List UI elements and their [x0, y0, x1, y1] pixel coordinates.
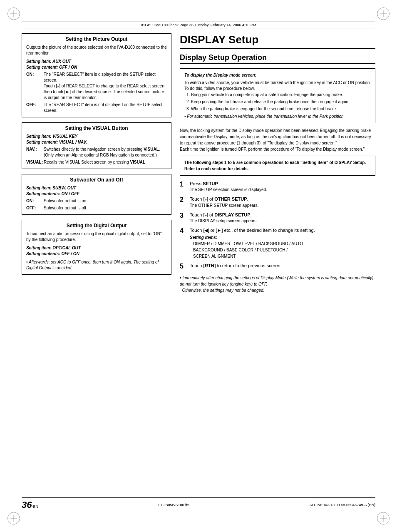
- info-box-intro: To watch a video source, your vehicle mu…: [184, 80, 371, 92]
- corner-tr: [377, 7, 390, 20]
- section-visual-button: Setting the VISUAL Button Setting item: …: [22, 122, 171, 169]
- visual-nav-text: Switches directly to the navigation scre…: [44, 147, 167, 158]
- section-picture-output-title: Setting the Picture Output: [26, 36, 167, 42]
- section-subwoofer-title: Subwoofer On and Off: [26, 177, 167, 183]
- step-4-content: Touch [◀] or [►] etc., of the desired it…: [190, 227, 375, 259]
- setting-items-label: Setting items:: [190, 235, 375, 241]
- step-3-num: 3: [180, 212, 188, 224]
- picture-output-intro: Outputs the picture of the source select…: [26, 45, 167, 56]
- footer-left: 36-EN: [22, 500, 38, 510]
- section-picture-output: Setting the Picture Output Outputs the p…: [22, 33, 171, 117]
- digital-item: Setting item: OPTICAL OUT: [26, 245, 167, 251]
- footer-right: ALPINE IVA-D100 68-05946Z49-A (EN): [310, 503, 375, 507]
- step-3-sub: The DISPLAY setup screen appears.: [190, 218, 375, 224]
- info-box: To display the Display mode screen: To w…: [180, 68, 375, 123]
- page-footer: 36-EN 01GB05IVA100.fm ALPINE IVA-D100 68…: [22, 497, 375, 510]
- right-column: DISPLAY Setup Display Setup Operation To…: [180, 33, 375, 499]
- picture-on-text: The "REAR SELECT" item is displayed on t…: [44, 72, 167, 101]
- sub-title: Display Setup Operation: [180, 53, 375, 64]
- step-5-content: Touch [RTN] to return to the previous sc…: [190, 263, 375, 270]
- subwoofer-item: Setting item: SUBW. OUT: [26, 185, 167, 191]
- visual-nav-label: NAV.:: [26, 147, 44, 158]
- step-1-num: 1: [180, 181, 188, 193]
- section-visual-title: Setting the VISUAL Button: [26, 125, 167, 131]
- visual-visual-row: VISUAL: Recalls the VISUAL Select screen…: [26, 159, 167, 165]
- step-2-content: Touch [»] of OTHER SETUP. The OTHER SETU…: [190, 196, 375, 208]
- header-text: 01GB00IVAD100.book Page 36 Tuesday, Febr…: [141, 23, 256, 27]
- step-1-sub: The SETUP selection screen is displayed.: [190, 187, 375, 193]
- picture-on-label: ON:: [26, 72, 44, 101]
- page-suffix: -EN: [32, 505, 38, 509]
- subwoofer-on-label: ON:: [26, 198, 44, 204]
- main-title: DISPLAY Setup: [180, 33, 375, 49]
- corner-br: [377, 512, 390, 525]
- visual-nav-row: NAV.: Switches directly to the navigatio…: [26, 147, 167, 158]
- section-digital-title: Setting the Digital Output: [26, 223, 167, 229]
- step-4: 4 Touch [◀] or [►] etc., of the desired …: [180, 227, 375, 259]
- section-subwoofer: Subwoofer On and Off Setting item: SUBW.…: [22, 174, 171, 215]
- step-2-main: Touch [»] of OTHER SETUP.: [190, 196, 375, 202]
- step-1-main: Press SETUP.: [190, 181, 375, 187]
- info-step-1: Bring your vehicle to a complete stop at…: [191, 92, 371, 98]
- picture-off-row: OFF: The "REAR SELECT" item is not displ…: [26, 102, 167, 114]
- setting-items-content: DIMMER / DIMMER LOW LEVEL / BACKGROUND /…: [193, 241, 375, 259]
- steps-note-box: The following steps 1 to 5 are common op…: [180, 156, 375, 176]
- step-3-content: Touch [»] of DISPLAY SETUP. The DISPLAY …: [190, 212, 375, 224]
- visual-visual-text: Recalls the VISUAL Select screen by pres…: [44, 159, 167, 165]
- picture-off-label: OFF:: [26, 102, 44, 114]
- picture-output-item: Setting item: AUX OUT: [26, 59, 167, 65]
- subwoofer-content: Setting contents: ON / OFF: [26, 191, 167, 197]
- step-5: 5 Touch [RTN] to return to the previous …: [180, 263, 375, 270]
- corner-bl: [7, 512, 20, 525]
- digital-bullet: Afterwards, set ACC to OFF once, then tu…: [26, 259, 167, 271]
- subwoofer-on-row: ON: Subwoofer output is on.: [26, 198, 167, 204]
- visual-visual-label: VISUAL:: [26, 159, 44, 165]
- final-bullet-note: • Immediately after changing the setting…: [180, 275, 375, 293]
- step-3-main: Touch [»] of DISPLAY SETUP.: [190, 212, 375, 218]
- corner-tl: [7, 7, 20, 20]
- step-5-num: 5: [180, 263, 188, 270]
- subwoofer-off-row: OFF: Subwoofer output is off.: [26, 205, 167, 211]
- step-2-sub: The OTHER SETUP screen appears.: [190, 203, 375, 209]
- step-1-content: Press SETUP. The SETUP selection screen …: [190, 181, 375, 193]
- picture-on-row: ON: The "REAR SELECT" item is displayed …: [26, 72, 167, 101]
- subwoofer-on-text: Subwoofer output is on.: [44, 198, 167, 204]
- step-3: 3 Touch [»] of DISPLAY SETUP. The DISPLA…: [180, 212, 375, 224]
- footer-file: 01GB05IVA100.fm: [159, 503, 189, 507]
- picture-off-text: The "REAR SELECT" item is not displayed …: [44, 102, 167, 114]
- info-box-title: To display the Display mode screen:: [184, 72, 371, 78]
- picture-output-content: Setting content: OFF / ON: [26, 65, 167, 70]
- subwoofer-off-text: Subwoofer output is off.: [44, 205, 167, 211]
- info-text: Now, the locking system for the Display …: [180, 127, 375, 152]
- visual-item: Setting item: VISUAL KEY: [26, 134, 167, 139]
- step-2: 2 Touch [»] of OTHER SETUP. The OTHER SE…: [180, 196, 375, 208]
- info-step-2: Keep pushing the foot brake and release …: [191, 99, 371, 105]
- step-4-main: Touch [◀] or [►] etc., of the desired it…: [190, 227, 375, 234]
- step-4-num: 4: [180, 227, 188, 259]
- page-header: 01GB00IVAD100.book Page 36 Tuesday, Febr…: [22, 22, 375, 28]
- info-box-steps: Bring your vehicle to a complete stop at…: [191, 92, 371, 112]
- info-box-italic-note: • For automatic transmission vehicles, p…: [184, 114, 371, 119]
- subwoofer-off-label: OFF:: [26, 205, 44, 211]
- left-column: Setting the Picture Output Outputs the p…: [22, 33, 171, 499]
- digital-intro: To connect an audio processor using the …: [26, 231, 167, 243]
- step-2-num: 2: [180, 196, 188, 208]
- section-digital-output: Setting the Digital Output To connect an…: [22, 220, 171, 275]
- visual-content: Setting content: VISUAL / NAV.: [26, 139, 167, 145]
- info-step-3: When the parking brake is engaged for th…: [191, 106, 371, 112]
- digital-content: Setting contents: OFF / ON: [26, 251, 167, 257]
- page-number: 36: [22, 500, 32, 510]
- step-1: 1 Press SETUP. The SETUP selection scree…: [180, 181, 375, 193]
- content-area: Setting the Picture Output Outputs the p…: [22, 33, 375, 499]
- step-5-main: Touch [RTN] to return to the previous sc…: [190, 263, 375, 269]
